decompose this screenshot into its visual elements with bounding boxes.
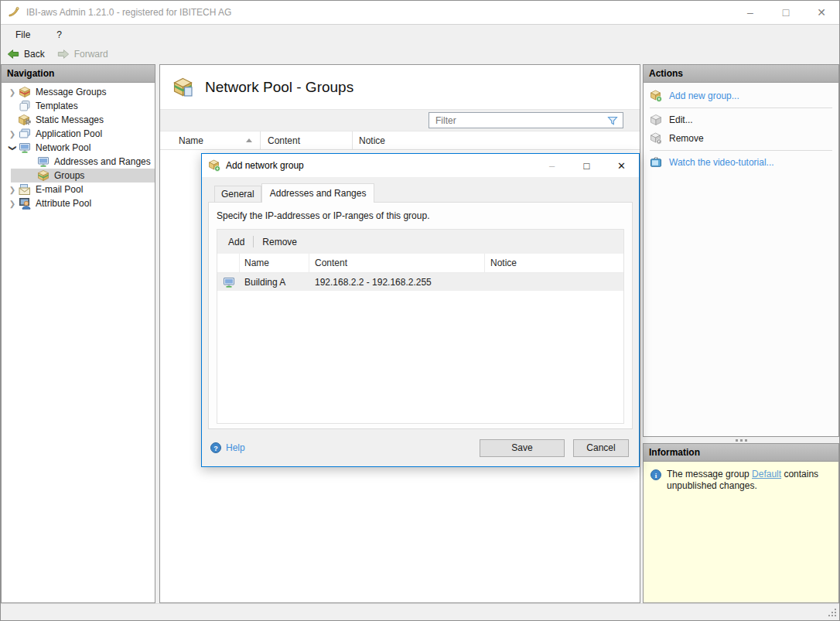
filter-strip bbox=[160, 109, 640, 131]
column-header-icon bbox=[217, 254, 240, 272]
column-header-content[interactable]: Content bbox=[261, 131, 353, 149]
video-tutorial-action[interactable]: Watch the video-tutorial... bbox=[644, 153, 838, 172]
dialog-table: Add Remove Name Content Notice bbox=[217, 229, 624, 424]
instruction-text: Specify the IP-addresses or IP-ranges of… bbox=[209, 203, 632, 223]
dialog-tabs: General Addresses and Ranges bbox=[202, 177, 639, 202]
tab-general[interactable]: General bbox=[214, 186, 261, 202]
remove-action[interactable]: Remove bbox=[644, 129, 838, 148]
main-table-header: Name Content Notice bbox=[160, 131, 640, 150]
sidebar-item-label: Groups bbox=[54, 170, 84, 181]
status-bar bbox=[1, 603, 839, 620]
forward-arrow-icon bbox=[57, 48, 70, 60]
dialog-minimize-button: – bbox=[534, 154, 569, 177]
forward-label: Forward bbox=[74, 49, 108, 60]
filter-box bbox=[429, 112, 623, 128]
sidebar-item-message-groups[interactable]: ❯ Message Groups bbox=[2, 85, 155, 99]
minimize-button[interactable]: – bbox=[732, 1, 768, 24]
add-new-group-label: Add new group... bbox=[669, 90, 739, 101]
sidebar-item-static-messages[interactable]: Static Messages bbox=[2, 113, 155, 127]
add-network-group-dialog: Add network group – □ ✕ General Addresse… bbox=[201, 153, 640, 467]
close-button[interactable]: ✕ bbox=[804, 1, 839, 24]
actions-panel: Actions Add new group... Edit... Remove bbox=[643, 64, 839, 437]
sidebar-item-templates[interactable]: Templates bbox=[2, 99, 155, 113]
attribute-pool-icon bbox=[19, 197, 31, 210]
help-link[interactable]: ? Help bbox=[210, 442, 480, 454]
edit-action[interactable]: Edit... bbox=[644, 111, 838, 129]
column-header-name[interactable]: Name bbox=[240, 254, 309, 272]
add-new-group-action[interactable]: Add new group... bbox=[644, 87, 838, 105]
chevron-right-icon[interactable]: ❯ bbox=[6, 186, 19, 194]
menu-help[interactable]: ? bbox=[53, 28, 65, 42]
sidebar-item-addresses-and-ranges[interactable]: Addresses and Ranges bbox=[2, 155, 155, 169]
information-header: Information bbox=[644, 444, 838, 462]
remove-group-icon bbox=[650, 132, 662, 145]
resize-grip[interactable] bbox=[828, 609, 837, 618]
filter-input[interactable] bbox=[429, 114, 606, 127]
content-header: Network Pool - Groups bbox=[160, 65, 640, 109]
column-header-notice[interactable]: Notice bbox=[353, 131, 640, 149]
sort-ascending-icon bbox=[246, 138, 252, 142]
sidebar-item-label: Attribute Pool bbox=[36, 198, 91, 209]
back-arrow-icon bbox=[7, 48, 19, 60]
nav-toolbar: Back Forward bbox=[1, 45, 839, 63]
sidebar-item-label: E-mail Pool bbox=[36, 184, 83, 195]
video-tutorial-label: Watch the video-tutorial... bbox=[669, 157, 774, 168]
chevron-down-icon[interactable]: ❯ bbox=[9, 142, 17, 154]
sidebar-item-network-pool[interactable]: ❯ Network Pool bbox=[2, 141, 155, 155]
application-pool-icon bbox=[19, 128, 31, 140]
menu-file[interactable]: File bbox=[12, 28, 33, 42]
panel-splitter[interactable] bbox=[643, 437, 839, 443]
row-name: Building A bbox=[240, 277, 309, 288]
dialog-close-button[interactable]: ✕ bbox=[604, 154, 639, 177]
column-header-notice[interactable]: Notice bbox=[485, 254, 623, 272]
tab-addresses-and-ranges[interactable]: Addresses and Ranges bbox=[261, 183, 375, 203]
app-logo-icon bbox=[8, 6, 20, 19]
sidebar-item-label: Static Messages bbox=[36, 114, 104, 125]
remove-label: Remove bbox=[669, 133, 704, 144]
filter-funnel-icon[interactable] bbox=[606, 114, 619, 127]
sidebar-item-attribute-pool[interactable]: ❯ Attribute Pool bbox=[2, 196, 155, 210]
app-window: IBI-aws Admin 1.21.0 - registered for IB… bbox=[0, 0, 840, 621]
chevron-right-icon[interactable]: ❯ bbox=[6, 200, 19, 208]
static-messages-icon bbox=[19, 114, 31, 126]
navigation-tree: ❯ Message Groups Templates Static Messag… bbox=[2, 83, 155, 210]
sidebar-item-groups[interactable]: Groups bbox=[11, 169, 155, 183]
chevron-right-icon[interactable]: ❯ bbox=[6, 88, 19, 97]
remove-address-button[interactable]: Remove bbox=[254, 237, 305, 247]
add-group-icon bbox=[650, 90, 662, 102]
add-address-button[interactable]: Add bbox=[220, 237, 252, 247]
sidebar-item-label: Templates bbox=[36, 101, 78, 111]
toolbar-separator bbox=[253, 236, 254, 247]
dialog-table-header: Name Content Notice bbox=[217, 254, 623, 273]
default-group-link[interactable]: Default bbox=[752, 469, 781, 479]
dialog-maximize-button[interactable]: □ bbox=[569, 154, 604, 177]
column-header-name[interactable]: Name bbox=[160, 131, 261, 149]
edit-group-icon bbox=[650, 114, 662, 126]
save-button[interactable]: Save bbox=[480, 439, 565, 457]
network-pool-icon bbox=[19, 142, 31, 154]
chevron-right-icon[interactable]: ❯ bbox=[6, 130, 19, 138]
addresses-and-ranges-icon bbox=[37, 155, 50, 168]
help-icon: ? bbox=[210, 442, 222, 454]
sidebar-item-label: Network Pool bbox=[36, 142, 90, 153]
cancel-button[interactable]: Cancel bbox=[573, 439, 629, 457]
back-button[interactable]: Back bbox=[7, 48, 45, 60]
information-panel: Information i The message group Default … bbox=[643, 443, 839, 603]
sidebar-item-application-pool[interactable]: ❯ Application Pool bbox=[2, 127, 155, 141]
window-title: IBI-aws Admin 1.21.0 - registered for IB… bbox=[26, 7, 732, 18]
sidebar-item-email-pool[interactable]: ❯ E-mail Pool bbox=[2, 183, 155, 196]
table-row[interactable]: Building A 192.168.2.2 - 192.168.2.255 bbox=[217, 273, 623, 291]
menu-bar: File ? bbox=[1, 25, 839, 45]
forward-button[interactable]: Forward bbox=[57, 48, 108, 60]
column-header-content[interactable]: Content bbox=[309, 254, 485, 272]
maximize-button[interactable]: □ bbox=[768, 1, 804, 24]
dialog-footer: ? Help Save Cancel bbox=[202, 429, 639, 466]
back-label: Back bbox=[24, 49, 45, 60]
row-content: 192.168.2.2 - 192.168.2.255 bbox=[309, 277, 485, 288]
dialog-title: Add network group bbox=[226, 160, 534, 171]
right-region: Actions Add new group... Edit... Remove bbox=[643, 64, 839, 603]
page-title: Network Pool - Groups bbox=[205, 79, 353, 96]
edit-label: Edit... bbox=[669, 114, 693, 125]
actions-header: Actions bbox=[644, 65, 838, 83]
dialog-title-bar: Add network group – □ ✕ bbox=[202, 154, 639, 177]
